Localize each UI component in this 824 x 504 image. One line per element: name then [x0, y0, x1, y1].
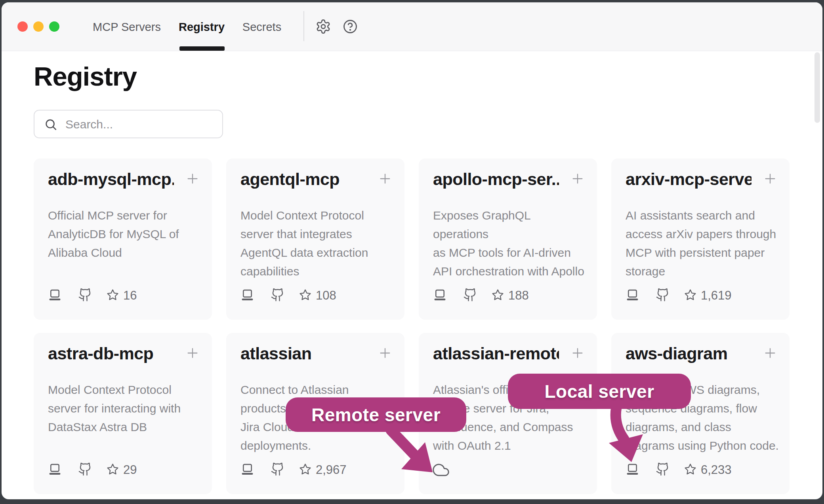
star-icon [492, 289, 504, 301]
card-footer: 188 [433, 287, 587, 303]
server-card[interactable]: arxiv-mcp-server AI assistants search an… [611, 158, 790, 320]
add-server-button[interactable] [763, 172, 777, 185]
card-footer: 1,619 [626, 287, 780, 303]
github-icon [656, 288, 670, 302]
server-card[interactable]: agentql-mcp Model Context Protocol serve… [226, 158, 404, 320]
server-card[interactable]: adb-mysql-mcp... Official MCP server for… [34, 158, 212, 320]
star-count: 188 [508, 288, 529, 303]
server-card-grid: adb-mysql-mcp... Official MCP server for… [34, 158, 790, 494]
github-icon [271, 462, 285, 476]
laptop-icon [433, 288, 447, 302]
question-mark-icon[interactable] [342, 19, 358, 34]
remote-server-callout: Remote server [286, 397, 466, 432]
page-title: Registry [34, 61, 137, 92]
star-icon [299, 289, 311, 301]
gear-icon[interactable] [315, 19, 331, 34]
add-server-button[interactable] [763, 346, 777, 360]
traffic-lights [17, 21, 59, 32]
search-icon [44, 118, 57, 131]
star-count: 16 [123, 288, 137, 303]
server-card[interactable]: aws-diagram Generate AWS diagrams, seque… [611, 333, 790, 494]
server-name: aws-diagram [626, 344, 752, 363]
add-server-button[interactable] [571, 172, 584, 185]
github-icon [656, 462, 670, 476]
server-description: Model Context Protocol server that integ… [240, 206, 396, 281]
card-footer [433, 462, 587, 477]
server-card[interactable]: astra-db-mcp Model Context Protocol serv… [34, 333, 212, 494]
server-card[interactable]: apollo-mcp-ser... Exposes GraphQL operat… [419, 158, 597, 320]
screenshot-stage: MCP Servers Registry Secrets Registry [0, 0, 824, 504]
server-name: astra-db-mcp [48, 344, 174, 363]
add-server-button[interactable] [186, 346, 199, 360]
add-server-button[interactable] [378, 346, 392, 360]
server-name: agentql-mcp [240, 170, 366, 189]
server-description: Official MCP server for AnalyticDB for M… [48, 206, 203, 262]
laptop-icon [626, 462, 639, 476]
add-server-button[interactable] [571, 346, 584, 360]
card-footer: 2,967 [240, 462, 395, 477]
cloud-icon [432, 462, 450, 478]
star-count: 1,619 [701, 288, 732, 303]
minimize-button[interactable] [33, 21, 44, 32]
laptop-icon [240, 288, 254, 302]
laptop-icon [626, 288, 639, 302]
github-icon [78, 288, 92, 302]
github-icon [463, 288, 477, 302]
add-server-button[interactable] [186, 172, 199, 185]
add-server-button[interactable] [378, 172, 392, 185]
card-footer: 108 [240, 287, 395, 303]
card-footer: 16 [48, 287, 202, 303]
server-description: Exposes GraphQL operations as MCP tools … [433, 206, 588, 281]
server-name: arxiv-mcp-server [626, 170, 752, 189]
scrollbar-thumb[interactable] [814, 52, 820, 123]
tab-mcp-servers[interactable]: MCP Servers [93, 19, 161, 35]
star-icon [684, 289, 696, 301]
active-tab-indicator [179, 46, 225, 51]
titlebar-divider [303, 11, 304, 41]
laptop-icon [48, 462, 62, 476]
server-name: apollo-mcp-ser... [433, 170, 559, 189]
server-description: Model Context Protocol server for intera… [48, 380, 203, 436]
server-name: atlassian [240, 344, 366, 363]
laptop-icon [240, 462, 254, 476]
card-footer: 6,233 [626, 462, 780, 477]
github-icon [271, 288, 285, 302]
star-count: 2,967 [316, 463, 347, 477]
search-input[interactable] [65, 111, 217, 137]
star-icon [107, 463, 119, 475]
github-icon [78, 462, 92, 476]
titlebar: MCP Servers Registry Secrets [2, 2, 822, 51]
server-name: adb-mysql-mcp... [48, 170, 174, 189]
local-server-callout: Local server [508, 374, 691, 409]
laptop-icon [48, 288, 62, 302]
star-count: 108 [316, 288, 336, 303]
tab-secrets[interactable]: Secrets [242, 19, 281, 35]
star-icon [107, 289, 119, 301]
star-icon [684, 463, 696, 475]
card-footer: 29 [48, 462, 202, 477]
star-count: 29 [123, 463, 137, 477]
server-name: atlassian-remote [433, 344, 559, 363]
search-box [34, 110, 223, 138]
star-icon [299, 463, 311, 475]
close-button[interactable] [17, 21, 28, 32]
star-count: 6,233 [701, 463, 732, 477]
maximize-button[interactable] [49, 21, 59, 32]
server-description: AI assistants search and access arXiv pa… [626, 206, 781, 281]
tab-registry[interactable]: Registry [179, 19, 225, 35]
